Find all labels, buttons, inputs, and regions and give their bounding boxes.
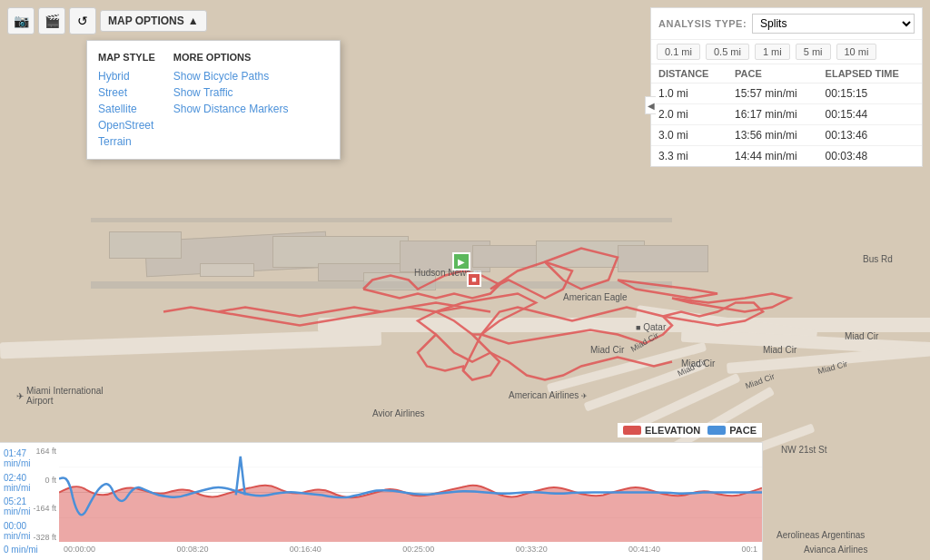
- ft-label-4: -328 ft: [2, 533, 56, 542]
- map-style-section: MAP STYLE Hybrid Street Satellite OpenSt…: [98, 52, 155, 148]
- elevation-legend-item[interactable]: ELEVATION: [623, 425, 700, 436]
- more-options-title: MORE OPTIONS: [173, 52, 289, 63]
- pace-legend-item[interactable]: PACE: [707, 425, 757, 436]
- cell-elapsed: 00:13:46: [818, 125, 922, 146]
- table-row: 2.0 mi 16:17 min/mi 00:15:44: [651, 104, 922, 125]
- chart-legend: ELEVATION PACE: [618, 423, 762, 437]
- cell-distance: 1.0 mi: [651, 84, 727, 104]
- split-5mi[interactable]: 5 mi: [796, 44, 831, 60]
- split-10mi[interactable]: 10 mi: [836, 44, 877, 60]
- style-satellite[interactable]: Satellite: [98, 103, 155, 115]
- more-options-section: MORE OPTIONS Show Bicycle Paths Show Tra…: [173, 52, 289, 148]
- ft-label-2: 0 ft: [2, 476, 56, 485]
- cell-elapsed: 00:03:48: [818, 146, 922, 167]
- x-label-2: 00:16:40: [290, 545, 322, 560]
- style-street[interactable]: Street: [98, 86, 155, 99]
- col-distance: DISTANCE: [651, 64, 727, 84]
- analysis-table: DISTANCE PACE ELAPSED TIME 1.0 mi 15:57 …: [651, 64, 922, 166]
- analysis-header: ANALYSIS TYPE: Splits Heart Rate Pace: [651, 8, 922, 40]
- aerolineas-label: Aerolineas Argentinas: [777, 530, 865, 540]
- map-options-arrow-icon: ▲: [188, 15, 199, 27]
- style-terrain[interactable]: Terrain: [98, 135, 155, 148]
- elevation-x-axis: 00:00:00 00:08:20 00:16:40 00:25:00 00:3…: [59, 542, 762, 560]
- collapse-panel-button[interactable]: ◀: [645, 96, 656, 114]
- cell-pace: 13:56 min/mi: [727, 125, 818, 146]
- show-traffic[interactable]: Show Traffic: [173, 86, 289, 99]
- cell-pace: 14:44 min/mi: [727, 146, 818, 167]
- app: ▶ ■ Hudson News 📰 American Eagle America…: [0, 0, 930, 560]
- map-options-label: MAP OPTIONS: [108, 15, 184, 27]
- cell-distance: 2.0 mi: [651, 104, 727, 125]
- ft-label-3: -164 ft: [2, 504, 56, 513]
- x-label-3: 00:25:00: [402, 545, 434, 560]
- split-buttons-row: 0.1 mi 0.5 mi 1 mi 5 mi 10 mi: [651, 40, 922, 64]
- cell-elapsed: 00:15:15: [818, 84, 922, 104]
- camera-button[interactable]: 📷: [7, 7, 35, 34]
- miami-airport-label: ✈ Miami InternationalAirport: [16, 386, 103, 406]
- bus-rd-label: Bus Rd: [863, 254, 893, 264]
- show-distance-markers[interactable]: Show Distance Markers: [173, 103, 289, 115]
- table-row: 3.0 mi 13:56 min/mi 00:13:46: [651, 125, 922, 146]
- map-style-title: MAP STYLE: [98, 52, 155, 63]
- cell-distance: 3.3 mi: [651, 146, 727, 167]
- map-container: ▶ ■ Hudson News 📰 American Eagle America…: [0, 0, 930, 560]
- miad-cir-label-3: Miad Cir: [763, 345, 796, 355]
- split-0.5mi[interactable]: 0.5 mi: [706, 44, 749, 60]
- table-row: 1.0 mi 15:57 min/mi 00:15:15: [651, 84, 922, 104]
- cell-elapsed: 00:15:44: [818, 104, 922, 125]
- avior-airlines-label: Avior Airlines: [372, 408, 425, 418]
- style-openstreet[interactable]: OpenStreet: [98, 119, 155, 132]
- col-elapsed: ELAPSED TIME: [818, 64, 922, 84]
- elevation-chart: 01:47 min/mi 02:40 min/mi 05:21 min/mi 0…: [0, 442, 763, 560]
- miad-cir-label-1: Miad Cir: [590, 345, 624, 355]
- elevation-legend-color: [623, 426, 641, 435]
- miad-cir-label-4: Miad Cir: [845, 331, 878, 341]
- cell-pace: 16:17 min/mi: [727, 104, 818, 125]
- avianca-label: Avianca Airlines: [804, 545, 867, 555]
- ft-label-1: 164 ft: [2, 447, 56, 456]
- elevation-legend-label: ELEVATION: [645, 425, 700, 436]
- map-toolbar: 📷 🎬 ↺ MAP OPTIONS ▲: [7, 7, 207, 34]
- col-pace: PACE: [727, 64, 818, 84]
- american-eagle-label: American Eagle: [563, 292, 628, 302]
- analysis-panel: ANALYSIS TYPE: Splits Heart Rate Pace 0.…: [650, 7, 923, 167]
- miad-road-label: Miad Cir: [629, 330, 660, 353]
- split-1mi[interactable]: 1 mi: [755, 44, 790, 60]
- stop-marker[interactable]: ■: [467, 272, 481, 287]
- map-options-dropdown: MAP STYLE Hybrid Street Satellite OpenSt…: [86, 40, 341, 160]
- qatar-label: ■ Qatar: [636, 322, 666, 332]
- cell-distance: 3.0 mi: [651, 125, 727, 146]
- map-options-button[interactable]: MAP OPTIONS ▲: [100, 10, 207, 32]
- cell-pace: 15:57 min/mi: [727, 84, 818, 104]
- analysis-type-select[interactable]: Splits Heart Rate Pace: [752, 14, 915, 34]
- x-label-1: 00:08:20: [176, 545, 208, 560]
- start-marker[interactable]: ▶: [452, 252, 470, 270]
- pace-legend-color: [707, 426, 726, 435]
- analysis-type-label: ANALYSIS TYPE:: [658, 18, 747, 29]
- ft-axis: 164 ft 0 ft -164 ft -328 ft: [0, 443, 59, 560]
- split-0.1mi[interactable]: 0.1 mi: [657, 44, 700, 60]
- pace-legend-label: PACE: [729, 425, 757, 436]
- x-label-0: 00:00:00: [64, 545, 95, 560]
- nw-21st-label: NW 21st St: [781, 445, 827, 455]
- elevation-chart-svg-area: [59, 443, 762, 542]
- refresh-button[interactable]: ↺: [69, 7, 96, 34]
- x-label-6: 00:1: [741, 545, 757, 560]
- x-label-5: 00:41:40: [628, 545, 660, 560]
- table-row: 3.3 mi 14:44 min/mi 00:03:48: [651, 146, 922, 167]
- x-label-4: 00:33:20: [516, 545, 548, 560]
- video-button[interactable]: 🎬: [38, 7, 65, 34]
- show-bicycle-paths[interactable]: Show Bicycle Paths: [173, 70, 289, 83]
- style-hybrid[interactable]: Hybrid: [98, 70, 155, 83]
- analysis-tbody: 1.0 mi 15:57 min/mi 00:15:15 2.0 mi 16:1…: [651, 84, 922, 167]
- american-airlines-label: American Airlines ✈: [509, 390, 588, 400]
